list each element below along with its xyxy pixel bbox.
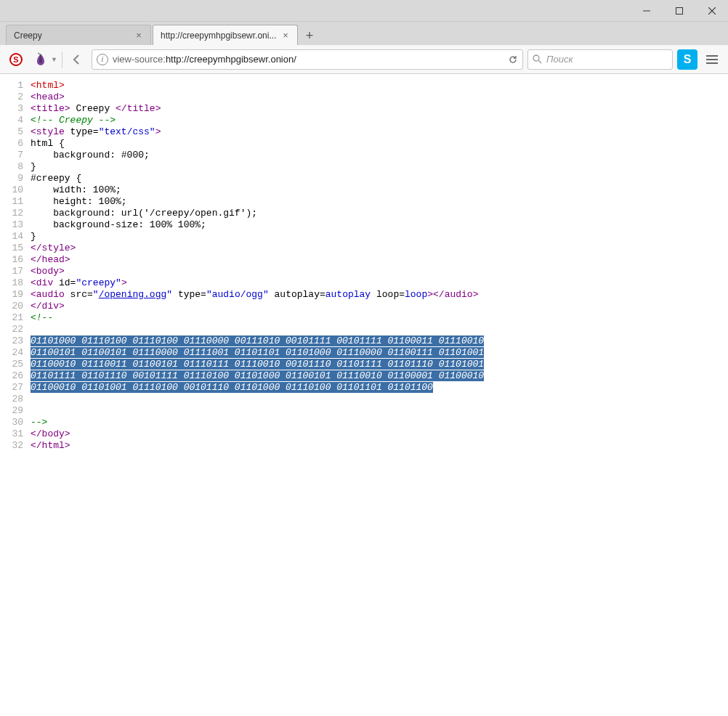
code-token: height: 100%; xyxy=(31,196,127,207)
toolbar: S ▼ i view-source:http://creepymhpgibsew… xyxy=(0,45,728,74)
tab-creepy[interactable]: Creepy × xyxy=(6,25,151,45)
tor-onion-icon[interactable] xyxy=(31,49,51,70)
code-token: <head> xyxy=(31,91,65,102)
code-token: width: 100%; xyxy=(31,184,121,195)
info-icon[interactable]: i xyxy=(97,54,108,65)
tab-label: http://creepymhpgibsewr.oni... xyxy=(161,30,277,41)
code-token: > xyxy=(121,277,127,288)
separator xyxy=(62,52,62,68)
code-token: creepy xyxy=(81,277,116,288)
tab-strip: Creepy × http://creepymhpgibsewr.oni... … xyxy=(0,22,728,45)
code-token: html { xyxy=(31,138,65,149)
code-token: <title> xyxy=(31,103,70,114)
url-bar[interactable]: i view-source:http://creepymhpgibsewr.on… xyxy=(92,49,523,70)
reload-icon[interactable] xyxy=(508,54,518,65)
code-token: = xyxy=(399,289,405,300)
selected-text: 01101111 01101110 00101111 01110100 0110… xyxy=(31,370,484,381)
code-token: Creepy xyxy=(70,103,116,114)
code-token: loop xyxy=(405,289,427,300)
code-token: text/css xyxy=(104,126,149,137)
new-tab-button[interactable]: + xyxy=(299,26,320,45)
close-button[interactable] xyxy=(695,0,728,22)
selected-text: 01101000 01110100 01110100 01110000 0011… xyxy=(31,335,484,346)
skype-icon[interactable]: S xyxy=(677,49,697,70)
code-link[interactable]: /opening.ogg xyxy=(99,289,167,300)
close-icon[interactable]: × xyxy=(280,30,291,41)
search-icon xyxy=(533,54,542,64)
code-token: loop xyxy=(371,289,399,300)
code-token: > xyxy=(427,289,433,300)
code-token: <body> xyxy=(31,266,65,277)
code-token: </audio> xyxy=(433,289,478,300)
source-view[interactable]: 1<html> 2<head> 3<title> Creepy </title>… xyxy=(0,74,728,457)
code-token: background: #000; xyxy=(31,150,150,160)
code-token: <style xyxy=(31,126,65,137)
dropdown-icon[interactable]: ▼ xyxy=(51,56,57,63)
window-titlebar xyxy=(0,0,728,22)
code-token: <!-- Creepy --> xyxy=(31,115,116,126)
back-button[interactable] xyxy=(67,49,87,70)
code-token: --> xyxy=(31,417,47,428)
close-icon[interactable]: × xyxy=(133,30,145,41)
menu-button[interactable] xyxy=(702,49,722,70)
code-token: } xyxy=(31,161,36,172)
code-token: background-size: 100% 100%; xyxy=(31,219,206,230)
code-token: type= xyxy=(172,289,206,300)
code-token: " xyxy=(166,289,172,300)
minimize-button[interactable] xyxy=(630,0,663,22)
code-token: #creepy { xyxy=(31,173,81,184)
code-token: type= xyxy=(65,126,99,137)
code-token: </title> xyxy=(116,103,161,114)
code-token: " xyxy=(116,277,121,288)
search-bar[interactable]: Поиск xyxy=(527,49,673,70)
selected-text: 01100101 01100101 01110000 01111001 0110… xyxy=(31,347,484,358)
code-token: <div xyxy=(31,277,53,288)
code-token: id= xyxy=(53,277,76,288)
code-token: audio/ogg xyxy=(212,289,263,300)
code-token: </body> xyxy=(31,428,70,439)
svg-rect-1 xyxy=(676,7,682,14)
code-token: autoplay xyxy=(325,289,371,300)
code-token: </style> xyxy=(31,243,76,253)
code-token: </head> xyxy=(31,254,70,265)
url-text: view-source:http://creepymhpgibsewr.onio… xyxy=(113,54,503,65)
svg-point-4 xyxy=(533,55,539,61)
code-token: " xyxy=(150,126,155,137)
selected-text: 01100010 01101001 01110100 00101110 0110… xyxy=(31,382,433,393)
code-token: " xyxy=(206,289,212,300)
noscript-icon[interactable]: S xyxy=(6,49,26,70)
code-token: } xyxy=(31,231,36,242)
tab-label: Creepy xyxy=(14,30,130,41)
code-token: <html> xyxy=(31,80,65,91)
code-token: src= xyxy=(65,289,93,300)
code-token: > xyxy=(155,126,161,137)
code-token: background: url('/creepy/open.gif'); xyxy=(31,208,257,219)
search-placeholder: Поиск xyxy=(546,54,573,65)
selected-text: 01100010 01110011 01100101 01110111 0111… xyxy=(31,359,484,370)
tab-viewsource[interactable]: http://creepymhpgibsewr.oni... × xyxy=(153,25,298,45)
code-token: </div> xyxy=(31,301,65,312)
code-token: </html> xyxy=(31,440,70,451)
maximize-button[interactable] xyxy=(663,0,695,22)
code-token: <!-- xyxy=(31,312,53,323)
svg-line-5 xyxy=(538,60,541,63)
code-token: <audio xyxy=(31,289,65,300)
code-token: = xyxy=(320,289,325,300)
code-token: " xyxy=(263,289,269,300)
code-token: autoplay xyxy=(269,289,320,300)
code-token: " xyxy=(93,289,99,300)
